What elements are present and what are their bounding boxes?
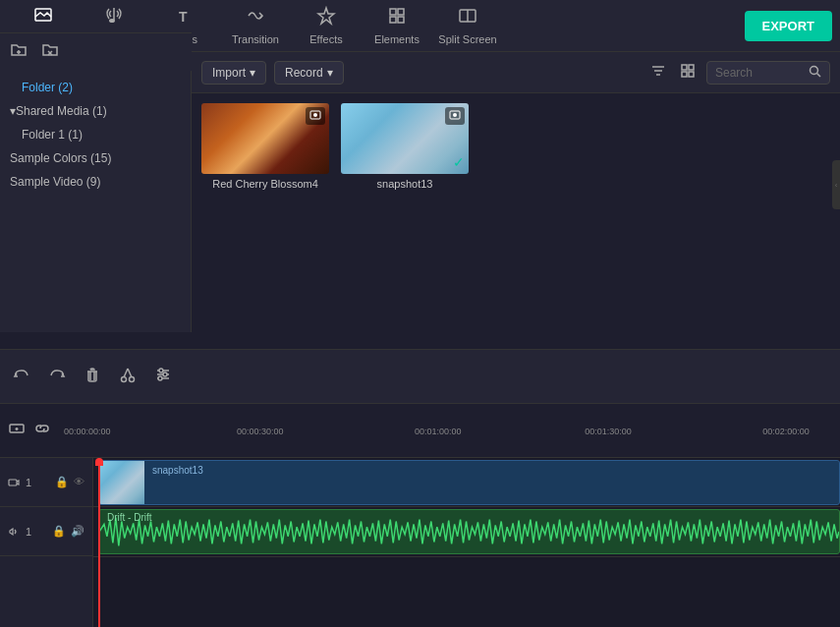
redo-button[interactable] bbox=[47, 365, 67, 389]
playhead bbox=[98, 458, 100, 627]
toolbar-effects[interactable]: Effects bbox=[291, 0, 362, 52]
app-layout: Media Audio T Titles Transition Effects bbox=[0, 0, 840, 627]
toolbar-transition[interactable]: Transition bbox=[220, 0, 291, 52]
svg-rect-20 bbox=[689, 72, 694, 77]
ruler-mark-1: 00:00:30:00 bbox=[237, 427, 284, 436]
svg-point-26 bbox=[453, 113, 457, 117]
ruler-mark-3: 00:01:30:00 bbox=[585, 427, 632, 436]
import-chevron-icon: ▾ bbox=[250, 66, 255, 80]
delete-folder-button[interactable] bbox=[41, 52, 59, 63]
sidebar-collapse-button[interactable]: ‹ bbox=[832, 160, 840, 209]
timeline-body: 1 🔒 👁 1 🔒 🔊 bbox=[0, 458, 840, 627]
svg-rect-40 bbox=[9, 480, 17, 485]
video-track-icon bbox=[8, 477, 20, 488]
sidebar-item-sample-video[interactable]: Sample Video (9) bbox=[0, 170, 191, 194]
audio-track-icon bbox=[8, 526, 20, 538]
empty-track bbox=[93, 556, 840, 605]
svg-point-27 bbox=[122, 376, 127, 381]
video-lock-icon[interactable]: 🔒 bbox=[55, 476, 69, 488]
svg-rect-18 bbox=[689, 65, 694, 70]
ruler-mark-4: 00:02:00:00 bbox=[762, 427, 810, 436]
svg-point-28 bbox=[130, 376, 135, 381]
toolbar-elements-label: Elements bbox=[374, 33, 420, 45]
toolbar-transition-label: Transition bbox=[232, 33, 279, 45]
toolbar-effects-label: Effects bbox=[309, 33, 342, 45]
sidebar-item-folder1[interactable]: Folder 1 (1) bbox=[0, 123, 191, 146]
sidebar-sample-colors-label: Sample Colors (15) bbox=[10, 151, 181, 165]
filter-icon[interactable] bbox=[650, 63, 666, 82]
svg-point-1 bbox=[109, 19, 115, 23]
search-box bbox=[706, 61, 830, 85]
svg-rect-5 bbox=[398, 9, 404, 15]
ruler-mark-0: 00:00:00:00 bbox=[64, 427, 111, 436]
elements-icon bbox=[387, 6, 407, 30]
media-toolbar: Import ▾ Record ▾ bbox=[192, 52, 840, 93]
track-labels: 1 🔒 👁 1 🔒 🔊 bbox=[0, 458, 93, 627]
export-button[interactable]: EXPORT bbox=[745, 11, 832, 41]
video-track-controls: 🔒 👁 bbox=[55, 476, 84, 488]
import-dropdown[interactable]: Import ▾ bbox=[201, 61, 266, 85]
media-thumb-snapshot: ✓ bbox=[341, 103, 469, 174]
sidebar-shared-media-label: Shared Media (1) bbox=[16, 104, 181, 118]
snapshot-check-icon: ✓ bbox=[453, 154, 465, 170]
media-item-cherry[interactable]: Red Cherry Blossom4 bbox=[201, 103, 329, 322]
new-folder-button[interactable] bbox=[10, 52, 28, 63]
split-screen-icon bbox=[458, 6, 477, 30]
record-label: Record bbox=[285, 66, 323, 80]
media-grid: Red Cherry Blossom4 ✓ snapshot13 bbox=[192, 93, 840, 332]
effects-icon bbox=[316, 6, 336, 30]
search-input[interactable] bbox=[715, 66, 804, 80]
cherry-badge bbox=[306, 107, 325, 125]
record-chevron-icon: ▾ bbox=[327, 66, 333, 80]
adjust-button[interactable] bbox=[153, 365, 173, 389]
import-label: Import bbox=[212, 66, 246, 80]
link-button[interactable] bbox=[33, 420, 51, 441]
timeline-header: 00:00:00:00 00:00:30:00 00:01:00:00 00:0… bbox=[0, 404, 840, 458]
video-clip-label: snapshot13 bbox=[148, 463, 207, 478]
timeline: 00:00:00:00 00:00:30:00 00:01:00:00 00:0… bbox=[0, 403, 840, 627]
timeline-controls bbox=[8, 420, 51, 441]
snapshot-badge bbox=[445, 107, 465, 125]
svg-text:T: T bbox=[179, 9, 188, 25]
media-icon bbox=[33, 6, 53, 30]
toolbar-split-screen[interactable]: Split Screen bbox=[432, 0, 503, 52]
delete-button[interactable] bbox=[83, 365, 102, 389]
audio-icon bbox=[104, 6, 124, 30]
svg-point-21 bbox=[811, 66, 818, 74]
record-dropdown[interactable]: Record ▾ bbox=[274, 61, 344, 85]
svg-line-29 bbox=[124, 369, 128, 377]
sidebar-item-sample-colors[interactable]: Sample Colors (15) bbox=[0, 146, 191, 170]
timeline-ruler-area: 00:00:00:00 00:00:30:00 00:01:00:00 00:0… bbox=[59, 414, 832, 448]
sidebar-folder-label: Folder (2) bbox=[22, 81, 181, 94]
playhead-top bbox=[95, 458, 103, 466]
sidebar-item-shared-media[interactable]: ▾ Shared Media (1) bbox=[0, 99, 191, 123]
cut-button[interactable] bbox=[118, 365, 138, 389]
media-item-snapshot[interactable]: ✓ snapshot13 bbox=[341, 103, 469, 322]
video-clip[interactable]: snapshot13 bbox=[98, 460, 840, 505]
video-clip-thumb bbox=[99, 461, 144, 504]
video-track[interactable]: snapshot13 bbox=[93, 458, 840, 507]
video-track-label: 1 🔒 👁 bbox=[0, 458, 92, 507]
timeline-ruler: 00:00:00:00 00:00:30:00 00:01:00:00 00:0… bbox=[59, 422, 832, 441]
undo-button[interactable] bbox=[12, 365, 31, 389]
transition-icon bbox=[246, 6, 265, 30]
audio-track[interactable]: Drift - Drift // Generate waveform bars … bbox=[93, 507, 840, 556]
grid-view-icon[interactable] bbox=[680, 63, 696, 82]
svg-point-36 bbox=[158, 376, 162, 380]
audio-clip-label: Drift - Drift bbox=[107, 512, 152, 523]
svg-point-35 bbox=[163, 372, 167, 376]
search-icon[interactable] bbox=[809, 65, 821, 81]
media-panel: Import ▾ Record ▾ bbox=[192, 52, 840, 332]
media-item-cherry-name: Red Cherry Blossom4 bbox=[212, 178, 318, 190]
video-eye-icon[interactable]: 👁 bbox=[74, 476, 84, 488]
add-track-button[interactable] bbox=[8, 420, 26, 441]
audio-lock-icon[interactable]: 🔒 bbox=[52, 525, 66, 538]
audio-speaker-icon[interactable]: 🔊 bbox=[71, 525, 84, 538]
sidebar-sample-video-label: Sample Video (9) bbox=[10, 175, 181, 189]
audio-clip[interactable]: Drift - Drift // Generate waveform bars … bbox=[98, 509, 840, 554]
audio-track-controls: 🔒 🔊 bbox=[52, 525, 84, 538]
svg-rect-6 bbox=[390, 17, 396, 23]
toolbar-elements[interactable]: Elements bbox=[362, 0, 432, 52]
sidebar-item-folder[interactable]: Folder (2) bbox=[0, 76, 191, 99]
content-area: ▾ Project Media (2) Folder (2) ▾ Shared … bbox=[0, 52, 840, 349]
